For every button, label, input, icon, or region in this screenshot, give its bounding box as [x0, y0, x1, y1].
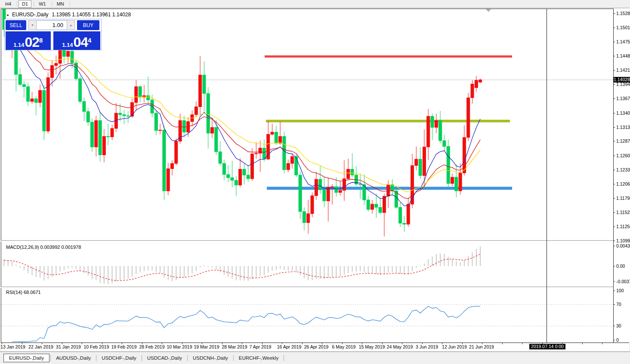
date-minor-tick: [522, 343, 522, 344]
date-axis-label: 13 Jan 2019: [0, 344, 25, 349]
price-tick: [613, 13, 615, 14]
date-axis-label: 7 Apr 2019: [250, 344, 272, 349]
toolbar-separator: [70, 1, 70, 6]
price-tick: [613, 28, 615, 28]
buy-price-prefix: 1.14: [62, 42, 73, 49]
volume-input[interactable]: [37, 20, 67, 30]
price-axis-label: 1.12600: [616, 153, 630, 158]
moving-average-20: [4, 30, 480, 199]
tab-divider: [233, 355, 234, 361]
price-axis-label: 1.11795: [616, 196, 630, 201]
timeframe-button-d1[interactable]: D1: [19, 0, 31, 8]
macd-main-value: 0.003992: [40, 245, 60, 250]
mt-terminal: H4D1W1MN ▲EURUSD-,Daily1.13985 1.14055 1…: [0, 0, 630, 364]
sell-button[interactable]: SELL: [6, 20, 26, 30]
chart-tab-audusddaily[interactable]: AUDUSD-,Daily: [52, 354, 95, 362]
date-axis-label: 15 May 2019: [359, 344, 385, 349]
date-axis-label: 28 Mar 2019: [222, 344, 247, 349]
tab-divider: [96, 355, 96, 361]
tab-divider: [50, 355, 51, 361]
chart-tab-eurusddaily[interactable]: EURUSD-,Daily: [3, 354, 49, 362]
macd-label: MACD(12,26,9) 0.003992 0.001978: [6, 245, 81, 250]
date-axis[interactable]: 13 Jan 201922 Jan 201931 Jan 201910 Feb …: [1, 343, 629, 351]
price-tick: [613, 156, 615, 156]
rsi-panel-canvas[interactable]: [0, 288, 613, 343]
chart-tab-eurchfweekly[interactable]: EURCHF-,Weekly: [235, 354, 283, 362]
collapse-arrow-icon[interactable]: ▲: [6, 13, 9, 17]
toolbar-separator: [52, 1, 52, 6]
price-axis-label: 1.11525: [616, 210, 630, 215]
chart-shift-marker-icon[interactable]: [486, 9, 491, 12]
price-tick: [613, 184, 615, 184]
tab-divider: [187, 355, 188, 361]
vertical-line-object[interactable]: [547, 9, 547, 343]
buy-price-tile[interactable]: 1.14 04 4: [53, 31, 100, 50]
price-axis-label: 1.14480: [616, 54, 630, 58]
timeframe-button-mn[interactable]: MN: [53, 0, 68, 8]
price-tick: [613, 98, 615, 99]
macd-axis-tick: [613, 281, 615, 282]
date-axis-label: 6 May 2019: [332, 344, 356, 349]
toolbar-separator: [34, 1, 34, 6]
price-tick: [613, 212, 615, 213]
timeframe-button-w1[interactable]: W1: [35, 0, 49, 8]
date-axis-label: 16 Apr 2019: [277, 344, 302, 349]
price-tick: [613, 70, 615, 70]
price-axis-label: 1.13945: [616, 82, 630, 87]
horizontal-level-line: [265, 55, 512, 58]
macd-axis-label: -0.00371: [616, 279, 630, 284]
price-tick: [613, 170, 615, 170]
chart-tab-bar: EURUSD-,DailyAUDUSD-,DailyUSDCHF-,DailyU…: [0, 352, 630, 364]
vertical-line-date-tag: 2019.07.14 0:00: [529, 344, 565, 349]
price-tick: [613, 141, 615, 141]
date-minor-tick: [302, 343, 303, 344]
volume-increase-button[interactable]: ▲: [67, 20, 75, 30]
macd-signal-value: 0.001978: [61, 245, 81, 250]
buy-price-pip: 4: [88, 38, 91, 43]
date-axis-label: 28 Feb 2019: [139, 344, 165, 349]
price-tick: [613, 42, 615, 42]
price-axis-label: 1.15015: [616, 25, 630, 30]
macd-axis-tick: [613, 266, 615, 266]
rsi-axis-tick: [613, 304, 615, 305]
price-tick: [613, 198, 615, 199]
date-axis-label: 22 Jan 2019: [28, 344, 53, 349]
date-axis-label: 24 May 2019: [387, 344, 413, 349]
macd-panel-canvas[interactable]: [0, 243, 613, 286]
price-axis-label: 1.13675: [616, 96, 630, 101]
rsi-label: RSI(14) 68.0671: [6, 290, 41, 295]
horizontal-level-line: [266, 120, 510, 122]
price-axis-label: 1.12330: [616, 168, 630, 172]
price-axis-label: 1.14750: [616, 40, 630, 44]
date-minor-tick: [602, 343, 602, 344]
date-minor-tick: [502, 343, 503, 344]
rsi-axis-label: 30: [616, 324, 621, 328]
timeframe-button-h4[interactable]: H4: [2, 0, 15, 8]
date-axis-label: 31 Jan 2019: [56, 344, 81, 349]
chart-tab-usdchfdaily[interactable]: USDCHF-,Daily: [97, 354, 141, 362]
rsi-value: 68.0671: [24, 290, 41, 295]
price-axis-label: 1.12870: [616, 139, 630, 144]
price-axis-label: 1.12065: [616, 182, 630, 187]
sell-price-big: 02: [25, 36, 39, 49]
chart-symbol-label: EURUSD-,Daily: [12, 12, 49, 18]
buy-button[interactable]: BUY: [77, 20, 99, 30]
volume-decrease-button[interactable]: ▼: [28, 20, 37, 30]
price-axis-label: 1.10990: [616, 239, 630, 243]
sell-price-pip: 8: [39, 38, 43, 43]
sell-price-prefix: 1.14: [13, 42, 24, 49]
chart-tab-usdcnhdaily[interactable]: USDCNH-,Daily: [188, 354, 232, 362]
tab-divider: [284, 355, 284, 361]
sell-price-tile[interactable]: 1.14 02 8: [6, 31, 51, 50]
bid-price-tag: 1.14028: [614, 77, 630, 83]
chart-tab-usdcaddaily[interactable]: USDCAD-,Daily: [143, 354, 186, 362]
spinner-down-icon: ▼: [31, 24, 34, 27]
price-axis-label: 1.11255: [616, 224, 630, 229]
price-axis-label: 1.15285: [616, 11, 630, 16]
macd-signal-line: [4, 254, 480, 280]
toolbar-separator: [17, 1, 17, 6]
macd-axis-label: 0.00: [616, 264, 625, 269]
date-axis-label: 10 Mar 2019: [167, 344, 192, 349]
price-tick: [613, 56, 615, 56]
date-minor-tick: [82, 343, 82, 344]
